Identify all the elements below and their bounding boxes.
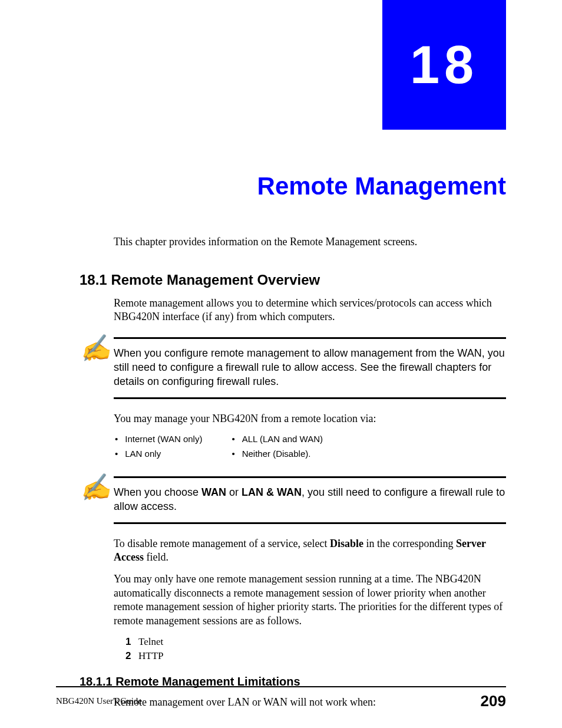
list-item: Neither (Disable). bbox=[232, 449, 323, 459]
options-column: ALL (LAN and WAN) Neither (Disable). bbox=[232, 434, 323, 463]
list-item: 1Telnet bbox=[125, 636, 506, 648]
chapter-title: Remote Management bbox=[80, 172, 506, 200]
document-page: 18 Remote Management This chapter provid… bbox=[0, 0, 562, 728]
body-paragraph: Remote management allows you to determin… bbox=[114, 297, 506, 324]
body-paragraph: You may manage your NBG420N from a remot… bbox=[114, 412, 506, 426]
list-item: ALL (LAN and WAN) bbox=[232, 434, 323, 444]
note-block: ✍ When you choose WAN or LAN & WAN, you … bbox=[114, 476, 506, 524]
note-text: When you choose WAN or LAN & WAN, you st… bbox=[114, 486, 505, 512]
options-list: Internet (WAN only) LAN only ALL (LAN an… bbox=[115, 434, 506, 463]
note-text: When you configure remote management to … bbox=[114, 347, 505, 388]
footer-page-number: 209 bbox=[481, 692, 506, 710]
note-icon: ✍ bbox=[78, 470, 112, 506]
page-footer: NBG420N User's Guide 209 bbox=[56, 686, 506, 710]
body-paragraph: You may only have one remote management … bbox=[114, 572, 506, 628]
footer-guide-name: NBG420N User's Guide bbox=[56, 696, 142, 706]
chapter-number: 18 bbox=[410, 35, 478, 95]
chapter-number-box: 18 bbox=[382, 0, 506, 130]
chapter-intro: This chapter provides information on the… bbox=[114, 236, 506, 248]
section-heading: 18.1 Remote Management Overview bbox=[80, 272, 506, 288]
options-column: Internet (WAN only) LAN only bbox=[115, 434, 202, 463]
note-block: ✍ When you configure remote management t… bbox=[114, 337, 506, 399]
note-icon: ✍ bbox=[78, 330, 112, 367]
list-item: 2HTTP bbox=[125, 650, 506, 662]
list-item: Internet (WAN only) bbox=[115, 434, 202, 444]
body-paragraph: To disable remote management of a servic… bbox=[114, 537, 506, 565]
list-item: LAN only bbox=[115, 449, 202, 459]
priority-list: 1Telnet 2HTTP bbox=[125, 636, 506, 662]
